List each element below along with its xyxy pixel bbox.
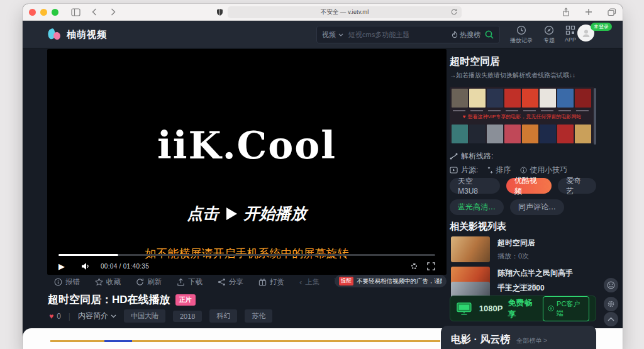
sidebar-toggle-icon[interactable] <box>71 8 80 16</box>
feedback-float-button[interactable] <box>604 278 618 292</box>
related-thumbnail <box>451 282 490 297</box>
tips-button[interactable]: 使用小技巧 <box>520 165 567 175</box>
monitor-icon <box>457 302 472 316</box>
prev-episode-button[interactable]: ‹ 上集 <box>299 277 319 287</box>
source-youku-active[interactable]: 优酷视频 <box>506 178 552 194</box>
search-category-dropdown[interactable]: 视频 <box>322 30 343 40</box>
download-label: 下载 <box>188 277 203 287</box>
reload-icon[interactable] <box>450 8 458 16</box>
poster-tile <box>575 125 591 143</box>
progress-bar[interactable] <box>58 254 435 256</box>
back-icon[interactable] <box>92 8 97 16</box>
source-label: 片源: <box>461 165 478 175</box>
poster-tile <box>452 125 468 143</box>
share-button[interactable]: 分享 <box>218 277 243 287</box>
related-title-text: 陈翔六点半之民间高手 <box>497 268 573 279</box>
search-input[interactable] <box>347 30 448 39</box>
blue-segment <box>104 340 132 342</box>
live-comments-pill[interactable]: 同声评论… <box>510 199 564 215</box>
refresh-button[interactable]: 刷新 <box>136 277 162 287</box>
privacy-shield-icon[interactable] <box>216 8 223 16</box>
quality-label: 1080P <box>479 304 503 313</box>
tab-overview-icon[interactable] <box>608 8 616 16</box>
compass-icon <box>544 25 554 35</box>
promo-caption: ♥ 想看这种VIP专享的电影，竟无任何弹窗的电影网站 <box>452 112 592 121</box>
related-item-3[interactable]: 千王之王2000 <box>450 282 596 297</box>
anti-scam-notice: 提醒 不要轻易相信视频中的广告，谨防上当受骗! <box>335 275 447 287</box>
download-button[interactable]: 下载 <box>177 277 203 287</box>
address-bar[interactable]: 不安全 — v.ietv.ml <box>228 6 462 18</box>
pc-client-button[interactable]: PC客户端 <box>543 296 589 321</box>
volume-icon[interactable] <box>81 262 91 270</box>
heart-icon: ♥ <box>463 114 466 119</box>
minimize-window-button[interactable] <box>40 9 47 16</box>
divider: | <box>69 312 70 321</box>
poster-tile <box>487 125 503 143</box>
source-tiankong-m3u8[interactable]: 天空M3U8 <box>450 178 500 194</box>
poster-tile <box>540 89 556 108</box>
zoom-window-button[interactable] <box>52 9 58 16</box>
nav-play-history[interactable]: 播放记录 <box>508 25 535 45</box>
parse-line-label: 解析线路: <box>461 151 493 162</box>
video-player[interactable]: iiK.Cool 点击 开始播放 如不能横屏请开启手机系统中的屏幕旋转 ▶ 00… <box>47 49 447 275</box>
new-tab-icon[interactable] <box>585 8 592 16</box>
time-display: 00:04 / 01:40:35 <box>101 263 149 270</box>
promo-caption-text: 想看这种VIP专享的电影，竟无任何弹窗的电影网站 <box>467 113 581 120</box>
sidebar-scrollbar[interactable] <box>594 88 596 145</box>
poster-tile <box>557 89 574 108</box>
chevron-down-icon <box>338 33 343 36</box>
poster-tile <box>469 89 486 108</box>
settings-gear-icon[interactable] <box>411 263 417 269</box>
click-to-play-hint[interactable]: 点击 开始播放 <box>47 203 447 224</box>
report-error-button[interactable]: 报错 <box>54 277 80 287</box>
close-window-button[interactable] <box>29 9 36 16</box>
play-button[interactable]: ▶ <box>58 262 65 271</box>
heart-icon: ♥ <box>49 312 53 321</box>
bluray-hd-pill[interactable]: 蓝光高清… <box>450 199 504 215</box>
play-hint-pre: 点击 <box>187 203 219 224</box>
source-iqiyi[interactable]: 爱奇艺 <box>558 178 596 194</box>
flame-icon <box>452 31 458 38</box>
login-status-badge[interactable]: 未登录 <box>591 23 612 31</box>
sort-arrows-icon <box>487 167 493 174</box>
video-title-row: 超时空同居：HD在线播放 正片 <box>48 292 196 307</box>
info-icon <box>520 167 527 174</box>
sort-button[interactable]: 排序 <box>487 165 511 175</box>
share-icon[interactable] <box>562 8 570 16</box>
like-button[interactable]: ♥ 0 <box>49 312 61 321</box>
related-item-1[interactable]: 超时空同居 播放：0次 <box>450 236 596 264</box>
fullscreen-icon[interactable] <box>427 262 435 270</box>
parse-line-row: 解析线路: <box>450 151 493 162</box>
browser-window: 不安全 — v.ietv.ml 柚萌视频 视频 <box>23 4 623 349</box>
hot-search-button[interactable]: 热搜榜 <box>452 30 480 40</box>
promo-banner-image[interactable]: ♥ 想看这种VIP专享的电影，竟无任何弹窗的电影网站 <box>450 87 594 143</box>
progress-fill <box>58 254 118 256</box>
favorite-button[interactable]: 收藏 <box>95 277 121 287</box>
tag-director[interactable]: 苏伦 <box>245 309 272 323</box>
synopsis-toggle[interactable]: 内容简介 <box>78 311 116 321</box>
video-meta-row: ♥ 0 | 内容简介 中国大陆 2018 科幻 苏伦 <box>49 309 272 323</box>
related-list-title: 相关影视列表 <box>450 221 506 233</box>
reward-label: 打赏 <box>270 277 284 287</box>
pc-client-banner[interactable]: 1080P 免费畅享 PC客户端 <box>450 296 596 321</box>
settings-float-button[interactable] <box>604 297 618 311</box>
site-logo[interactable]: 柚萌视频 <box>47 27 107 42</box>
back-to-top-button[interactable] <box>604 312 618 326</box>
rank-more-link[interactable]: 全部榜单 > <box>516 336 547 345</box>
qr-code-icon <box>565 25 575 35</box>
forward-icon[interactable] <box>111 8 116 16</box>
like-count: 0 <box>57 312 61 321</box>
reward-button[interactable]: 打赏 <box>258 277 284 287</box>
download-circle-icon <box>548 305 554 312</box>
search-icon[interactable] <box>484 30 494 40</box>
site-logo-text: 柚萌视频 <box>67 29 107 41</box>
tag-year[interactable]: 2018 <box>173 311 202 322</box>
chevron-left-icon: ‹ <box>299 278 302 286</box>
search-category-label: 视频 <box>322 30 336 40</box>
sort-label: 排序 <box>496 165 511 175</box>
tag-genre[interactable]: 科幻 <box>209 309 237 323</box>
related-play-count: 播放：0次 <box>497 252 529 261</box>
poster-tile <box>575 89 591 108</box>
tag-region[interactable]: 中国大陆 <box>124 309 165 323</box>
play-hint-post: 开始播放 <box>244 203 307 224</box>
